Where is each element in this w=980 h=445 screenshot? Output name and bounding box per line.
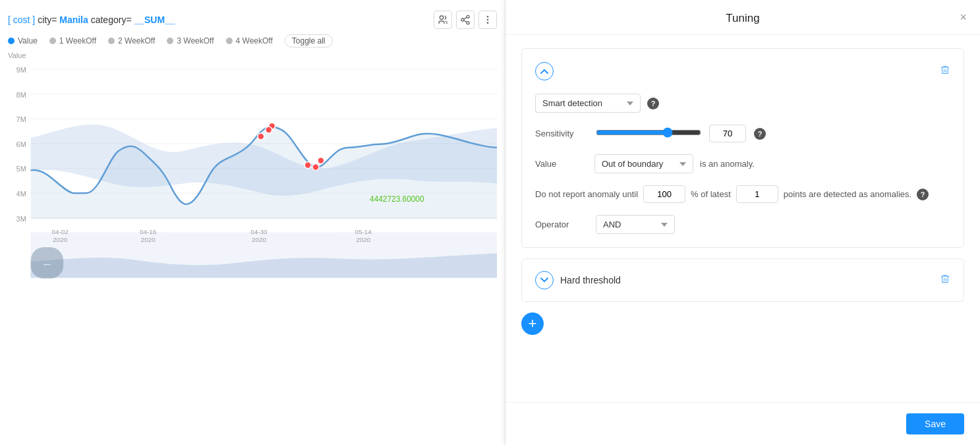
save-button[interactable]: Save	[906, 413, 964, 434]
chart-header: [ cost ] city= Manila category= __SUM__	[8, 11, 497, 29]
svg-point-3	[467, 22, 469, 24]
tuning-footer: Save	[505, 402, 980, 445]
operator-select[interactable]: AND OR	[596, 215, 675, 234]
svg-point-29	[318, 158, 324, 164]
value-boundary-select[interactable]: Out of boundary Above boundary Below bou…	[594, 154, 693, 173]
svg-text:5M: 5M	[16, 165, 26, 173]
svg-point-2	[461, 18, 464, 21]
bracket-close: ]	[32, 15, 35, 25]
chart-icon-more[interactable]	[478, 11, 497, 29]
cat-value: __SUM__	[134, 15, 175, 25]
chart-title: [ cost ] city= Manila category= __SUM__	[8, 15, 175, 25]
svg-text:4M: 4M	[16, 190, 26, 198]
legend-2weekoff: 2 WeekOff	[108, 36, 155, 45]
delete-detection-button[interactable]	[940, 64, 950, 78]
detection-method-row: Smart detection Hard threshold Percentag…	[535, 94, 950, 113]
sensitivity-label: Sensitivity	[535, 129, 588, 138]
svg-text:—: —	[43, 260, 51, 268]
hard-threshold-left: Hard threshold	[535, 271, 621, 289]
sensitivity-slider[interactable]	[596, 127, 701, 138]
bracket-open: [	[8, 15, 11, 25]
svg-point-26	[266, 127, 272, 133]
cost-key: cost	[13, 15, 30, 25]
sensitivity-help-icon[interactable]: ?	[754, 128, 766, 140]
chart-svg: 9M 8M 7M 6M 5M 4M 3M	[8, 51, 497, 335]
sensitivity-row: Sensitivity ?	[535, 125, 950, 142]
latest-points-input[interactable]	[736, 185, 778, 203]
svg-text:9M: 9M	[16, 66, 26, 74]
cat-label: category=	[91, 15, 134, 25]
svg-text:04-30: 04-30	[250, 228, 268, 235]
svg-text:3M: 3M	[16, 215, 26, 223]
svg-point-24	[258, 133, 264, 140]
svg-point-1	[467, 15, 469, 18]
value-label: Value	[535, 159, 588, 169]
svg-text:7M: 7M	[16, 115, 26, 123]
svg-text:04-16: 04-16	[140, 228, 157, 235]
svg-point-0	[440, 16, 443, 19]
report-row: Do not report anomaly until % of latest …	[535, 185, 950, 203]
legend-label-value: Value	[18, 36, 38, 45]
delete-threshold-button[interactable]	[940, 273, 950, 287]
svg-text:2020: 2020	[252, 236, 266, 243]
svg-text:05-14: 05-14	[355, 228, 372, 235]
tuning-panel: Tuning × Smart detection Hard threshold …	[505, 0, 980, 445]
svg-text:6M: 6M	[16, 140, 26, 148]
chart-icon-share[interactable]	[456, 11, 475, 29]
svg-line-4	[464, 20, 467, 22]
legend-label-2weekoff: 2 WeekOff	[118, 36, 155, 45]
svg-point-8	[487, 22, 488, 23]
chart-icons	[434, 11, 497, 29]
chart-container: Value 9M 8M 7M 6M 5M 4M 3M	[8, 51, 497, 368]
legend-label-3weekoff: 3 WeekOff	[177, 36, 214, 45]
svg-point-6	[487, 16, 488, 17]
chart-area: [ cost ] city= Manila category= __SUM__ …	[0, 0, 505, 445]
tuning-header: Tuning ×	[505, 0, 980, 35]
detection-help-icon[interactable]: ?	[647, 98, 659, 109]
svg-text:4442723.60000: 4442723.60000	[370, 194, 424, 204]
legend-dot-3weekoff	[167, 38, 173, 44]
detection-card: Smart detection Hard threshold Percentag…	[521, 48, 964, 248]
y-axis-label: Value	[8, 51, 26, 59]
value-anomaly-row: Value Out of boundary Above boundary Bel…	[535, 154, 950, 173]
collapse-up-button[interactable]	[535, 62, 554, 80]
is-anomaly-text: is an anomaly.	[700, 159, 755, 169]
legend-label-1weekoff: 1 WeekOff	[59, 36, 96, 45]
sensitivity-slider-wrapper	[596, 127, 701, 140]
close-button[interactable]: ×	[960, 11, 967, 24]
svg-text:2020: 2020	[141, 236, 156, 243]
legend-1weekoff: 1 WeekOff	[49, 36, 96, 45]
percent-value-input[interactable]	[643, 185, 685, 203]
points-detected-text: points are detected as anomalies.	[784, 189, 911, 199]
do-not-report-text: Do not report anomaly until	[535, 189, 638, 199]
hard-threshold-label: Hard threshold	[560, 275, 621, 285]
legend-label-4weekoff: 4 WeekOff	[236, 36, 273, 45]
svg-text:2020: 2020	[53, 236, 67, 243]
report-help-icon[interactable]: ?	[917, 189, 929, 200]
tuning-body: Smart detection Hard threshold Percentag…	[505, 35, 980, 402]
add-condition-button[interactable]: +	[521, 312, 544, 335]
tuning-title: Tuning	[726, 12, 759, 25]
legend-dot-value	[8, 38, 14, 44]
collapse-down-button[interactable]	[535, 271, 554, 289]
chart-icon-users[interactable]	[434, 11, 452, 29]
svg-point-28	[312, 163, 319, 170]
hard-threshold-card: Hard threshold	[521, 258, 964, 302]
sensitivity-input[interactable]	[709, 125, 746, 142]
svg-line-5	[464, 17, 467, 19]
operator-row: Operator AND OR	[535, 215, 950, 234]
legend-dot-4weekoff	[226, 38, 233, 44]
detection-method-select[interactable]: Smart detection Hard threshold Percentag…	[535, 94, 641, 113]
legend-dot-1weekoff	[49, 38, 56, 44]
legend-3weekoff: 3 WeekOff	[167, 36, 214, 45]
toggle-all-button[interactable]: Toggle all	[285, 34, 333, 47]
card-top-row	[535, 62, 950, 80]
svg-point-7	[487, 19, 488, 20]
legend-value: Value	[8, 36, 38, 45]
svg-text:8M: 8M	[16, 91, 26, 99]
legend-dot-2weekoff	[108, 38, 115, 44]
legend-4weekoff: 4 WeekOff	[226, 36, 273, 45]
svg-point-27	[304, 162, 311, 169]
svg-text:04-02: 04-02	[52, 228, 69, 235]
percent-of-latest-text: % of latest	[691, 189, 731, 199]
